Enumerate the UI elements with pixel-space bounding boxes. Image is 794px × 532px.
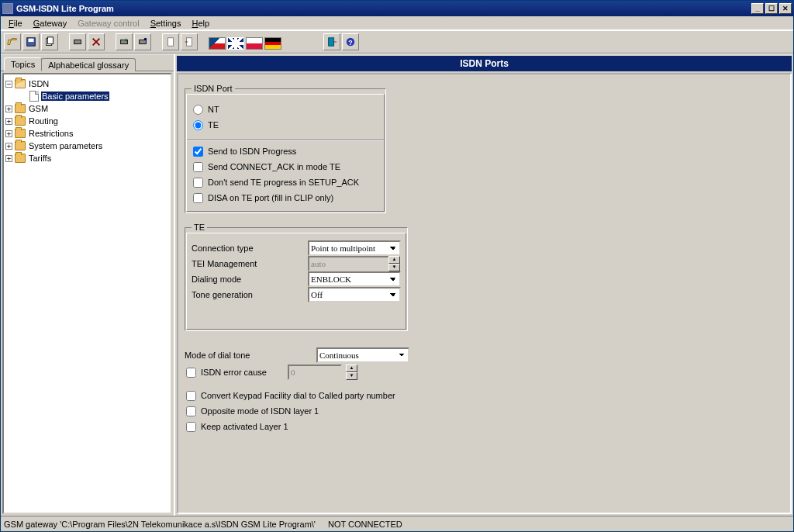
help-button[interactable]: ?: [342, 33, 359, 50]
label-conn-type: Connection type: [192, 244, 308, 253]
flag-poland-icon[interactable]: [246, 37, 263, 50]
folder-icon: [15, 104, 26, 113]
svg-text:?: ?: [348, 39, 352, 47]
doc2-button[interactable]: [181, 33, 198, 50]
right-pane: ISDN Ports ISDN Port NT TE Send to ISDN …: [175, 54, 793, 516]
tree-restrictions[interactable]: +Restrictions: [5, 127, 169, 140]
check-keep-layer1[interactable]: [186, 422, 196, 432]
disconnect-button[interactable]: [88, 33, 105, 50]
legend-te: TE: [192, 223, 207, 232]
exit-button[interactable]: [323, 33, 340, 50]
spin-error-cause: ▲▼: [346, 364, 357, 380]
tree-gsm[interactable]: +GSM: [5, 102, 169, 115]
folder-open-icon: [15, 79, 26, 88]
svg-rect-1: [29, 39, 34, 42]
menu-gateway-control: Gateway control: [73, 18, 143, 29]
folder-icon: [15, 141, 26, 150]
label-dial-tone: Mode of dial tone: [185, 351, 316, 360]
svg-rect-8: [168, 38, 174, 47]
flag-uk-icon[interactable]: [227, 37, 244, 50]
svg-rect-4: [74, 40, 81, 43]
left-pane: Topics Alphabetical glossary −ISDN Basic…: [1, 54, 175, 516]
document-icon: [29, 91, 39, 102]
check-send-progress[interactable]: [193, 147, 203, 157]
label-disa: DISA on TE port (fill in CLIP only): [208, 193, 333, 202]
tab-topics[interactable]: Topics: [4, 57, 42, 71]
doc1-button[interactable]: [162, 33, 179, 50]
tab-glossary[interactable]: Alphabetical glossary: [41, 58, 136, 71]
minimize-button[interactable]: _: [751, 3, 764, 14]
check-connect-ack[interactable]: [193, 162, 203, 172]
tree-tariffs[interactable]: +Tariffs: [5, 152, 169, 164]
tree-system-params[interactable]: +System parameters: [5, 140, 169, 152]
input-tei: [308, 256, 389, 271]
group-isdn-port: ISDN Port NT TE Send to ISDN Progress Se…: [185, 84, 386, 213]
menu-help[interactable]: Help: [187, 18, 214, 29]
form-area: ISDN Port NT TE Send to ISDN Progress Se…: [177, 73, 792, 514]
label-convert-keypad: Convert Keypad Facility dial to Called p…: [201, 391, 395, 400]
check-convert-keypad[interactable]: [186, 391, 196, 401]
flag-czech-icon[interactable]: [209, 37, 226, 50]
label-keep-layer1: Keep activated Layer 1: [201, 422, 288, 431]
combo-dial-tone[interactable]: Continuous: [316, 347, 409, 363]
titlebar: GSM-ISDN Lite Program _ ☐ ✕: [1, 1, 793, 16]
open-button[interactable]: [4, 33, 21, 50]
label-tei: TEI Management: [192, 259, 308, 268]
main-window: GSM-ISDN Lite Program _ ☐ ✕ File Gateway…: [0, 0, 794, 532]
input-error-cause: [288, 364, 342, 380]
check-opposite-mode[interactable]: [186, 406, 196, 416]
download-button[interactable]: [116, 33, 133, 50]
page-header: ISDN Ports: [177, 56, 792, 71]
label-send-progress: Send to ISDN Progress: [208, 147, 296, 156]
menubar: File Gateway Gateway control Settings He…: [1, 16, 793, 30]
tree-isdn-basic[interactable]: Basic parameters: [5, 90, 169, 102]
combo-conn-type[interactable]: Point to multipoint: [308, 240, 401, 256]
connect-button[interactable]: [69, 33, 86, 50]
legend-isdn-port: ISDN Port: [192, 84, 235, 93]
tree-isdn[interactable]: −ISDN: [5, 78, 169, 90]
label-dialing: Dialing mode: [192, 275, 308, 284]
window-title: GSM-ISDN Lite Program: [16, 4, 751, 13]
close-button[interactable]: ✕: [779, 3, 792, 14]
label-tone: Tone generation: [192, 290, 308, 299]
check-disa[interactable]: [193, 193, 203, 203]
flag-germany-icon[interactable]: [264, 37, 281, 50]
tree-routing[interactable]: +Routing: [5, 115, 169, 127]
copy-button[interactable]: [41, 33, 58, 50]
toolbar: ?: [1, 30, 793, 54]
folder-icon: [15, 154, 26, 163]
folder-icon: [15, 129, 26, 138]
combo-dialing[interactable]: ENBLOCK: [308, 271, 401, 287]
folder-icon: [15, 116, 26, 126]
spin-tei: ▲▼: [388, 256, 400, 271]
check-dont-send-te[interactable]: [193, 178, 203, 188]
topic-tree[interactable]: −ISDN Basic parameters +GSM +Routing +Re…: [2, 73, 172, 514]
label-nt: NT: [208, 105, 219, 114]
menu-settings[interactable]: Settings: [146, 18, 186, 29]
combo-tone[interactable]: Off: [308, 287, 401, 302]
menu-gateway[interactable]: Gateway: [29, 18, 71, 29]
label-opposite-mode: Opposite mode of ISDN layer 1: [201, 406, 319, 416]
maximize-button[interactable]: ☐: [765, 3, 778, 14]
label-dont-send-te: Don't send TE progress in SETUP_ACK: [208, 178, 359, 187]
status-connection: NOT CONNECTED: [328, 520, 402, 529]
radio-te[interactable]: [193, 120, 203, 130]
check-error-cause[interactable]: [186, 368, 196, 378]
svg-rect-3: [47, 37, 53, 44]
menu-file[interactable]: File: [4, 18, 27, 29]
label-te: TE: [208, 120, 219, 130]
group-te: TE Connection type Point to multipoint T…: [185, 223, 408, 331]
save-button[interactable]: [22, 33, 40, 50]
label-error-cause: ISDN error cause: [201, 368, 286, 377]
app-icon: [2, 3, 13, 14]
label-connect-ack: Send CONNECT_ACK in mode TE: [208, 162, 340, 171]
svg-point-7: [144, 38, 147, 41]
status-path: GSM gateway 'C:\Program Files\2N Telekom…: [4, 520, 316, 529]
upload-button[interactable]: [134, 33, 151, 50]
radio-nt[interactable]: [193, 105, 203, 115]
svg-rect-10: [329, 38, 334, 47]
statusbar: GSM gateway 'C:\Program Files\2N Telekom…: [1, 516, 793, 531]
nav-tabs: Topics Alphabetical glossary: [1, 54, 174, 71]
